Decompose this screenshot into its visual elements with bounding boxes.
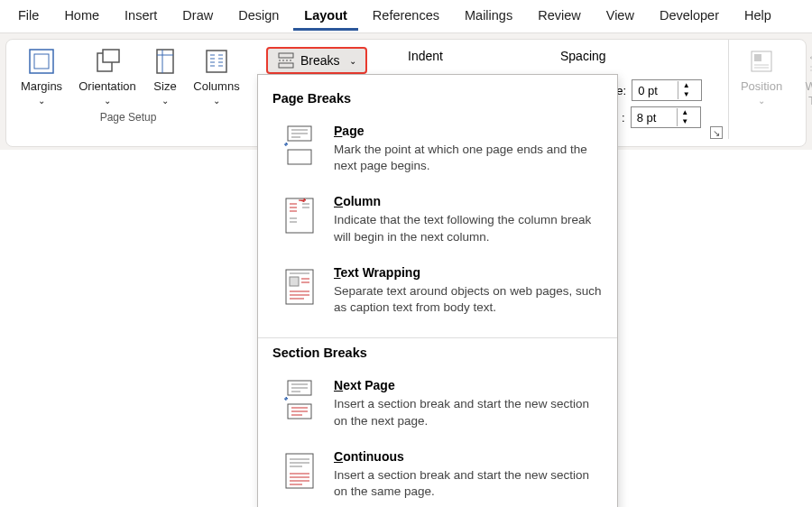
spacing-before-field[interactable] (632, 82, 678, 99)
position-icon (747, 47, 776, 76)
wrap-text-button[interactable]: Wrap Text (795, 43, 812, 111)
svg-rect-1 (34, 54, 49, 69)
option-description: Indicate that the text following the col… (334, 212, 603, 244)
option-description: Mark the point at which one page ends an… (334, 142, 603, 174)
columns-label: Columns (193, 79, 239, 94)
spin-down-icon[interactable]: ▼ (678, 117, 693, 126)
underline-letter: C (334, 194, 343, 208)
orientation-label: Orientation (78, 79, 136, 94)
position-label: Position (741, 79, 782, 94)
page-setup-group-label: Page Setup (100, 111, 157, 124)
option-description: Insert a section break and start the new… (334, 396, 603, 429)
text-wrapping-break-icon (281, 265, 318, 309)
size-label: Size (153, 79, 176, 94)
orientation-button[interactable]: Orientation ⌄ (75, 43, 140, 109)
chevron-down-icon: ⌄ (349, 56, 356, 66)
break-option-next-page[interactable]: Next Page Insert a section break and sta… (272, 373, 603, 443)
breaks-dropdown: Page Breaks Page Mark the point at which… (257, 74, 618, 507)
tab-view[interactable]: View (595, 3, 645, 31)
break-option-column[interactable]: Column Indicate that the text following … (272, 189, 603, 259)
position-button[interactable]: Position ⌄ (737, 43, 786, 111)
svg-rect-7 (207, 51, 226, 72)
page-break-icon (281, 124, 318, 167)
tab-file[interactable]: File (7, 3, 50, 31)
option-description: Insert a section break and start the new… (334, 467, 603, 500)
group-page-setup: Margins ⌄ Orientation ⌄ Size ⌄ (6, 43, 250, 124)
columns-button[interactable]: Columns ⌄ (190, 43, 243, 109)
tab-references[interactable]: References (362, 3, 450, 31)
breaks-label: Breaks (300, 53, 340, 68)
indent-heading: Indent (408, 49, 443, 63)
orientation-icon (93, 47, 122, 76)
columns-icon (202, 47, 231, 76)
tab-help[interactable]: Help (734, 3, 782, 31)
column-break-icon (281, 194, 318, 237)
margins-button[interactable]: Margins ⌄ (14, 43, 69, 109)
spacing-before-input[interactable]: ▲▼ (632, 79, 702, 101)
size-button[interactable]: Size ⌄ (145, 43, 185, 109)
group-arrange: Position ⌄ Wrap Text (737, 43, 812, 111)
chevron-down-icon: ⌄ (104, 96, 111, 106)
break-option-continuous[interactable]: Continuous Insert a section break and st… (272, 444, 603, 507)
breaks-icon (277, 52, 295, 69)
margins-label: Margins (21, 79, 62, 94)
breaks-button[interactable]: Breaks ⌄ (266, 47, 367, 74)
underline-letter: P (334, 124, 342, 138)
group-divider (728, 40, 729, 139)
underline-letter: C (334, 449, 343, 464)
section-breaks-heading: Section Breaks (272, 346, 603, 360)
svg-rect-3 (103, 50, 119, 62)
paragraph-dialog-launcher[interactable]: ↘ (710, 126, 723, 139)
title-rest: ontinuous (343, 449, 404, 464)
tab-review[interactable]: Review (527, 3, 592, 31)
spin-up-icon[interactable]: ▲ (678, 81, 694, 90)
break-option-page[interactable]: Page Mark the point at which one page en… (272, 118, 603, 189)
svg-rect-26 (288, 150, 311, 164)
svg-rect-17 (279, 63, 293, 68)
tab-design[interactable]: Design (227, 3, 290, 31)
margins-icon (27, 47, 56, 76)
title-rest: ext Page (343, 378, 395, 392)
svg-rect-20 (754, 54, 761, 61)
page-breaks-heading: Page Breaks (272, 91, 603, 106)
chevron-down-icon: ⌄ (213, 96, 220, 106)
next-page-break-icon (281, 378, 318, 421)
spacing-after-input[interactable]: ▲▼ (631, 106, 701, 128)
dropdown-divider (258, 337, 617, 338)
svg-rect-4 (157, 50, 173, 73)
option-description: Separate text around objects on web page… (334, 283, 603, 316)
title-rest: olumn (343, 194, 381, 208)
chevron-down-icon: ⌄ (758, 96, 765, 106)
spin-down-icon[interactable]: ▼ (678, 90, 694, 99)
spacing-after-suffix: : (622, 111, 625, 124)
title-rest: ext Wrapping (341, 265, 420, 280)
svg-rect-39 (290, 277, 299, 286)
size-icon (151, 47, 180, 76)
chevron-down-icon: ⌄ (38, 96, 45, 106)
tab-layout[interactable]: Layout (293, 3, 358, 31)
tab-draw[interactable]: Draw (171, 3, 224, 31)
spacing-after-field[interactable] (632, 109, 677, 126)
tab-home[interactable]: Home (53, 3, 110, 31)
underline-letter: T (334, 265, 341, 280)
break-option-text-wrapping[interactable]: Text Wrapping Separate text around objec… (272, 260, 603, 330)
svg-rect-16 (279, 53, 293, 58)
tab-mailings[interactable]: Mailings (454, 3, 523, 31)
menu-tabs: File Home Insert Draw Design Layout Refe… (0, 0, 812, 32)
chevron-down-icon: ⌄ (161, 96, 169, 106)
tab-developer[interactable]: Developer (649, 3, 730, 31)
spin-up-icon[interactable]: ▲ (678, 108, 693, 117)
continuous-break-icon (281, 449, 318, 493)
svg-rect-0 (30, 50, 53, 73)
tab-insert[interactable]: Insert (114, 3, 168, 31)
wrap-text-icon (805, 47, 812, 76)
spacing-heading: Spacing (560, 49, 606, 63)
wrap-text-label: Wrap Text (797, 79, 812, 107)
underline-letter: N (334, 378, 343, 392)
title-rest: age (342, 124, 364, 138)
